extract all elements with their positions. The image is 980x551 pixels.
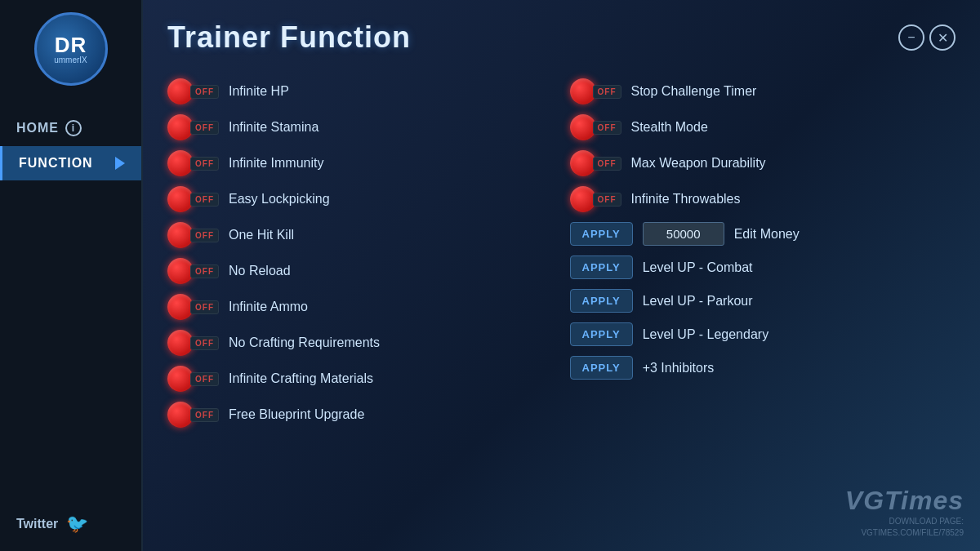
off-label-infinite-crafting-materials: OFF	[190, 372, 219, 386]
label-infinite-crafting-materials: Infinite Crafting Materials	[229, 371, 373, 386]
apply-button-level-up-combat[interactable]: APPLY	[570, 256, 633, 279]
branding: VGTimes DOWNLOAD PAGE: VGTIMES.COM/FILE/…	[845, 486, 964, 539]
toggle-infinite-throwables[interactable]: OFF	[570, 186, 621, 212]
off-label-no-reload: OFF	[190, 264, 219, 278]
toggle-row-max-weapon-durability: OFF Max Weapon Durability	[570, 147, 956, 180]
info-icon[interactable]: i	[65, 120, 82, 136]
label-one-hit-kill: One Hit Kill	[229, 228, 294, 242]
logo-dr: DR	[55, 34, 87, 56]
label-infinite-stamina: Infinite Stamina	[229, 120, 318, 135]
toggle-circle-stop-challenge-timer	[570, 78, 596, 104]
apply-button-level-up-legendary[interactable]: APPLY	[570, 322, 633, 346]
apply-row-level-up-parkour: APPLY Level UP - Parkour	[570, 286, 956, 316]
apply-button-inhibitors[interactable]: APPLY	[570, 356, 633, 380]
sidebar-item-function[interactable]: FUNCTION	[0, 146, 141, 180]
vgtimes-sub: DOWNLOAD PAGE: VGTIMES.COM/FILE/78529	[845, 516, 964, 539]
toggle-free-blueprint-upgrade[interactable]: OFF	[167, 402, 219, 428]
toggle-row-one-hit-kill: OFF One Hit Kill	[167, 219, 554, 251]
toggle-row-easy-lockpicking: OFF Easy Lockpicking	[167, 183, 554, 216]
label-free-blueprint-upgrade: Free Blueprint Upgrade	[229, 407, 364, 422]
apply-row-level-up-combat: APPLY Level UP - Combat	[570, 252, 956, 282]
off-label-no-crafting-requirements: OFF	[190, 336, 219, 350]
toggle-row-infinite-immunity: OFF Infinite Immunity	[167, 147, 554, 180]
twitter-label: Twitter	[16, 517, 58, 531]
label-infinite-throwables: Infinite Throwables	[631, 192, 741, 207]
twitter-icon: 🐦	[66, 513, 88, 535]
off-label-infinite-throwables: OFF	[593, 193, 621, 207]
logo: DR ummerIX	[34, 12, 108, 86]
minimize-button[interactable]: −	[898, 24, 924, 51]
twitter-link[interactable]: Twitter 🐦	[0, 497, 141, 551]
download-line1: DOWNLOAD PAGE:	[889, 517, 964, 526]
window-controls: − ✕	[898, 24, 956, 51]
label-stop-challenge-timer: Stop Challenge Timer	[631, 84, 757, 99]
toggle-row-infinite-ammo: OFF Infinite Ammo	[167, 291, 554, 323]
label-level-up-legendary: Level UP - Legendary	[643, 327, 768, 342]
toggle-infinite-immunity[interactable]: OFF	[167, 150, 219, 176]
label-infinite-ammo: Infinite Ammo	[229, 300, 308, 314]
toggle-one-hit-kill[interactable]: OFF	[167, 222, 219, 248]
edit-money-label: Edit Money	[734, 227, 800, 242]
logo-sub: ummerIX	[54, 56, 87, 64]
sidebar: DR ummerIX HOME i FUNCTION Twitter 🐦	[0, 0, 143, 551]
download-line2: VGTIMES.COM/FILE/78529	[861, 528, 964, 537]
title-bar: Trainer Function − ✕	[167, 20, 956, 55]
left-column: OFF Infinite HP OFF Infinite Stamina OFF…	[167, 75, 554, 531]
toggle-no-reload[interactable]: OFF	[167, 258, 219, 284]
off-label-one-hit-kill: OFF	[190, 229, 219, 242]
off-label-stealth-mode: OFF	[593, 121, 621, 135]
functions-grid: OFF Infinite HP OFF Infinite Stamina OFF…	[167, 75, 956, 531]
toggle-max-weapon-durability[interactable]: OFF	[570, 150, 621, 176]
toggle-row-no-reload: OFF No Reload	[167, 255, 554, 287]
toggle-easy-lockpicking[interactable]: OFF	[167, 186, 219, 212]
toggle-row-no-crafting-requirements: OFF No Crafting Requirements	[167, 327, 554, 359]
label-level-up-combat: Level UP - Combat	[643, 260, 753, 275]
vgtimes-logo: VGTimes	[845, 486, 964, 516]
apply-button-edit-money[interactable]: APPLY	[570, 222, 633, 246]
off-label-infinite-immunity: OFF	[190, 157, 219, 171]
money-input[interactable]	[643, 222, 724, 246]
apply-row-level-up-legendary: APPLY Level UP - Legendary	[570, 319, 956, 349]
label-easy-lockpicking: Easy Lockpicking	[229, 192, 330, 207]
toggle-infinite-ammo[interactable]: OFF	[167, 294, 219, 320]
toggle-row-infinite-throwables: OFF Infinite Throwables	[570, 183, 956, 216]
arrow-icon	[115, 157, 125, 170]
toggle-row-free-blueprint-upgrade: OFF Free Blueprint Upgrade	[167, 398, 554, 431]
apply-row-inhibitors: APPLY +3 Inhibitors	[570, 353, 956, 383]
main-content: Trainer Function − ✕ OFF Infinite HP OFF…	[143, 0, 980, 551]
off-label-free-blueprint-upgrade: OFF	[190, 408, 219, 422]
label-no-crafting-requirements: No Crafting Requirements	[229, 335, 380, 350]
function-label: FUNCTION	[19, 156, 93, 171]
label-level-up-parkour: Level UP - Parkour	[643, 294, 753, 309]
toggle-infinite-crafting-materials[interactable]: OFF	[167, 366, 219, 392]
label-infinite-immunity: Infinite Immunity	[229, 156, 323, 171]
label-stealth-mode: Stealth Mode	[631, 120, 708, 135]
page-title: Trainer Function	[167, 20, 411, 55]
toggle-no-crafting-requirements[interactable]: OFF	[167, 330, 219, 356]
off-label-infinite-hp: OFF	[190, 85, 219, 99]
toggle-infinite-stamina[interactable]: OFF	[167, 114, 219, 140]
label-infinite-hp: Infinite HP	[229, 84, 289, 99]
label-max-weapon-durability: Max Weapon Durability	[631, 156, 766, 171]
toggle-stealth-mode[interactable]: OFF	[570, 114, 621, 140]
off-label-infinite-stamina: OFF	[190, 121, 219, 135]
toggle-circle-max-weapon-durability	[570, 150, 596, 176]
toggle-row-infinite-hp: OFF Infinite HP	[167, 75, 554, 108]
label-inhibitors: +3 Inhibitors	[643, 361, 715, 375]
off-label-infinite-ammo: OFF	[190, 300, 219, 314]
home-label: HOME	[16, 121, 59, 136]
off-label-easy-lockpicking: OFF	[190, 193, 219, 207]
off-label-stop-challenge-timer: OFF	[593, 85, 621, 99]
close-button[interactable]: ✕	[929, 24, 956, 51]
toggle-row-infinite-crafting-materials: OFF Infinite Crafting Materials	[167, 362, 554, 395]
sidebar-item-home[interactable]: HOME i	[0, 110, 141, 146]
toggle-row-stop-challenge-timer: OFF Stop Challenge Timer	[570, 75, 956, 108]
toggle-circle-stealth-mode	[570, 114, 596, 140]
toggle-infinite-hp[interactable]: OFF	[167, 78, 219, 104]
label-no-reload: No Reload	[229, 264, 291, 278]
toggle-row-stealth-mode: OFF Stealth Mode	[570, 111, 956, 144]
toggle-stop-challenge-timer[interactable]: OFF	[570, 78, 621, 104]
apply-button-level-up-parkour[interactable]: APPLY	[570, 289, 633, 313]
apply-row-edit-money: APPLY Edit Money	[570, 219, 956, 249]
right-column: OFF Stop Challenge Timer OFF Stealth Mod…	[570, 75, 956, 531]
